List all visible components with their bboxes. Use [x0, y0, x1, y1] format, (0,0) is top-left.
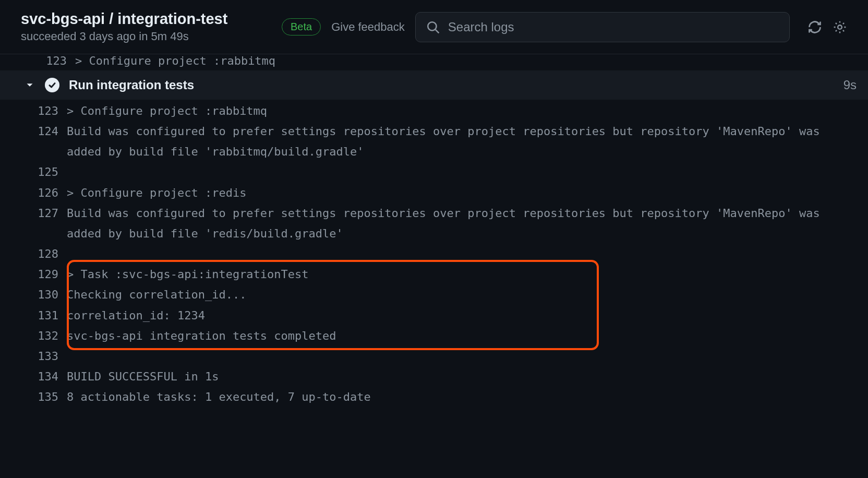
log-line: 132svc-bgs-api integration tests complet…: [0, 326, 868, 346]
log-line: 127Build was configured to prefer settin…: [0, 203, 868, 244]
line-number: 130: [0, 284, 67, 305]
step-title: Run integration tests: [69, 78, 194, 92]
title-block: svc-bgs-api / integration-test succeeded…: [21, 10, 271, 43]
log-output: 123> Configure project :rabbitmq124Build…: [0, 100, 868, 407]
step-duration: 9s: [843, 78, 859, 92]
line-content: Checking correlation_id...: [67, 284, 868, 305]
log-line: 130Checking correlation_id...: [0, 284, 868, 305]
partial-log-above: 123> Configure project :rabbitmq: [0, 54, 868, 70]
line-number: 135: [0, 387, 67, 407]
line-content: > Configure project :redis: [67, 183, 868, 203]
svg-point-2: [838, 25, 842, 29]
chevron-down-icon: [24, 79, 35, 91]
log-line: 126> Configure project :redis: [0, 183, 868, 203]
log-line: 125: [0, 162, 868, 182]
refresh-icon[interactable]: [807, 20, 822, 34]
beta-badge: Beta: [282, 18, 321, 35]
svg-point-0: [428, 22, 436, 30]
line-number: 129: [0, 264, 67, 284]
log-line: 134BUILD SUCCESSFUL in 1s: [0, 366, 868, 387]
job-subtitle: succeeded 3 days ago in 5m 49s: [21, 30, 271, 43]
line-number: 133: [0, 346, 67, 366]
line-number: 128: [0, 244, 67, 264]
line-content: BUILD SUCCESSFUL in 1s: [67, 366, 868, 387]
step-header[interactable]: Run integration tests 9s: [0, 70, 868, 100]
line-content: svc-bgs-api integration tests completed: [67, 326, 868, 346]
log-line: 133: [0, 346, 868, 366]
line-content: correlation_id: 1234: [67, 305, 868, 326]
line-content: Build was configured to prefer settings …: [67, 121, 868, 162]
job-title: svc-bgs-api / integration-test: [21, 10, 271, 28]
give-feedback-link[interactable]: Give feedback: [331, 20, 405, 34]
log-line: 123> Configure project :rabbitmq: [0, 101, 868, 121]
log-line: 1358 actionable tasks: 1 executed, 7 up-…: [0, 387, 868, 407]
line-content: > Configure project :rabbitmq: [67, 101, 868, 121]
success-check-icon: [45, 78, 59, 92]
log-line: 129> Task :svc-bgs-api:integrationTest: [0, 264, 868, 284]
line-content: > Task :svc-bgs-api:integrationTest: [67, 264, 868, 284]
line-number: 131: [0, 305, 67, 326]
line-number: 127: [0, 203, 67, 223]
line-number: 124: [0, 121, 67, 141]
svg-line-1: [436, 29, 439, 33]
search-icon: [426, 20, 440, 34]
line-content: Build was configured to prefer settings …: [67, 203, 868, 244]
gear-icon[interactable]: [833, 20, 847, 34]
line-number: 126: [0, 183, 67, 203]
log-line: 131correlation_id: 1234: [0, 305, 868, 326]
line-number: 123: [0, 101, 67, 121]
log-line: 128: [0, 244, 868, 264]
search-logs-box[interactable]: [415, 12, 790, 42]
page-header: svc-bgs-api / integration-test succeeded…: [0, 0, 868, 54]
line-content: 8 actionable tasks: 1 executed, 7 up-to-…: [67, 387, 868, 407]
line-number: 134: [0, 366, 67, 387]
line-number: 125: [0, 162, 67, 182]
line-number: 132: [0, 326, 67, 346]
search-input[interactable]: [448, 20, 779, 34]
log-line: 124Build was configured to prefer settin…: [0, 121, 868, 162]
